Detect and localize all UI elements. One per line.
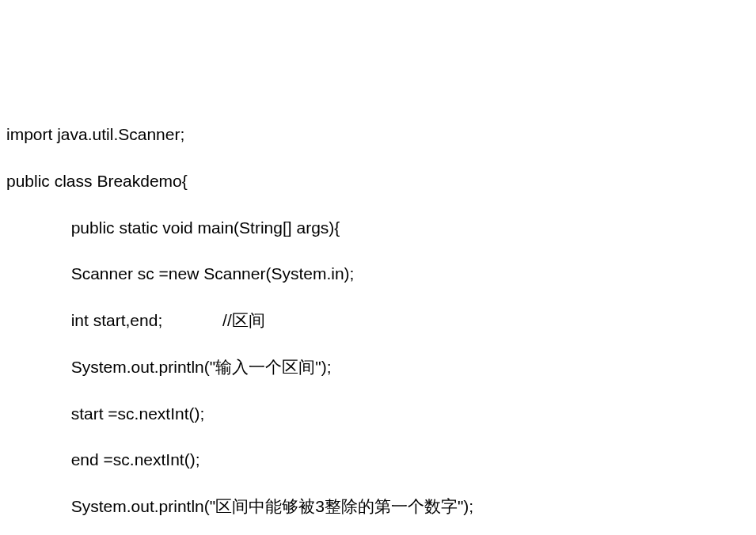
code-line: import java.util.Scanner; — [6, 123, 750, 146]
code-line: end =sc.nextInt(); — [6, 448, 750, 471]
code-block: import java.util.Scanner; public class B… — [6, 100, 750, 535]
code-line: public class Breakdemo{ — [6, 169, 750, 192]
code-line: Scanner sc =new Scanner(System.in); — [6, 262, 750, 285]
code-line: public static void main(String[] args){ — [6, 216, 750, 239]
code-line: System.out.println("区间中能够被3整除的第一个数字"); — [6, 495, 750, 518]
code-line: int start,end; //区间 — [6, 309, 750, 332]
code-line: System.out.println("输入一个区间"); — [6, 355, 750, 378]
code-line: start =sc.nextInt(); — [6, 402, 750, 425]
